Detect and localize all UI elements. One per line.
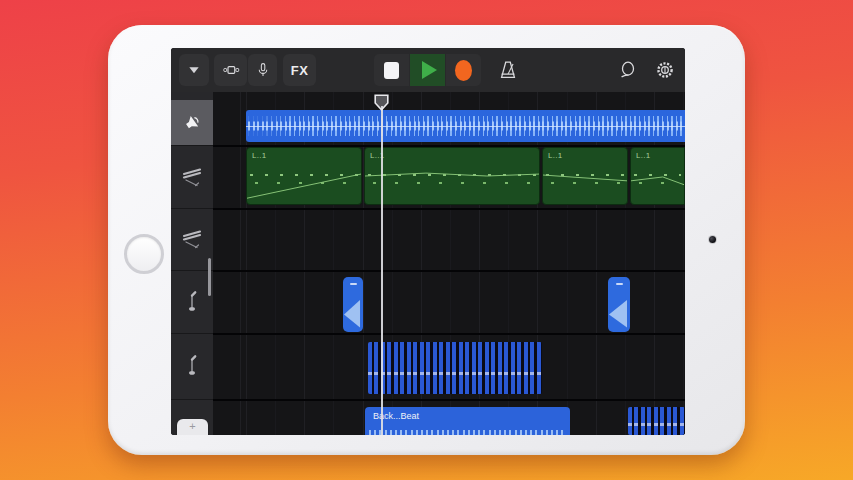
waveform-band (368, 372, 542, 375)
region-label: Back...Beat (373, 411, 419, 421)
playhead-icon (374, 94, 389, 111)
playhead-line (381, 106, 383, 435)
track-lanes[interactable]: L..1 L..1 L..1 L..1 (213, 92, 685, 435)
vocal-clip-region[interactable] (343, 277, 363, 332)
record-icon (455, 60, 472, 81)
waveform-band (628, 423, 685, 426)
clip-waveform (609, 300, 627, 328)
midi-region[interactable]: L..1 (364, 147, 540, 205)
beat-region[interactable]: Back...Beat (365, 407, 570, 435)
stop-button[interactable] (374, 54, 409, 86)
add-track-label: + (189, 419, 195, 433)
track-header-strings-1[interactable] (171, 145, 213, 209)
track-header-mic-1[interactable] (171, 270, 213, 334)
track-view-button[interactable] (214, 54, 247, 86)
row-divider (213, 333, 685, 335)
row-divider (213, 399, 685, 401)
track-header-mic-2[interactable] (171, 333, 213, 400)
home-button[interactable] (124, 234, 164, 274)
strings-bow-icon (180, 227, 204, 251)
audio-input-button[interactable] (248, 54, 277, 86)
clip-label-mark (616, 283, 623, 285)
nav-triangle-button[interactable] (179, 54, 209, 86)
track-header-strings-2[interactable] (171, 208, 213, 271)
playhead-marker[interactable] (374, 94, 389, 115)
midi-region[interactable]: L..1 (542, 147, 628, 205)
stop-icon (384, 62, 399, 79)
mic-stand-icon (181, 289, 203, 315)
clip-waveform (344, 300, 360, 328)
add-track-button[interactable]: + (177, 419, 208, 435)
track-header-column: + (171, 92, 214, 435)
clip-label-mark (350, 283, 357, 285)
audio-waveform-region[interactable] (246, 110, 685, 142)
fx-button[interactable]: FX (283, 54, 316, 86)
track-scrollbar[interactable] (208, 258, 211, 296)
midi-region[interactable]: L..1 (246, 147, 362, 205)
toolbar: FX (171, 48, 685, 92)
track-header-audio[interactable] (171, 100, 213, 146)
waveform-centerline (246, 126, 685, 127)
record-button[interactable] (446, 54, 481, 86)
loop-browser-icon (617, 58, 639, 82)
speaker-icon (180, 111, 204, 135)
settings-button[interactable] (651, 54, 679, 86)
automation-line (247, 148, 361, 204)
row-divider (213, 208, 685, 210)
loop-browser-button[interactable] (614, 54, 642, 86)
vocal-clip-region[interactable] (608, 277, 630, 332)
microphone-icon (254, 60, 272, 80)
automation-line (631, 148, 684, 204)
nav-triangle-icon (186, 62, 202, 78)
strings-bow-icon (180, 165, 204, 189)
metronome-icon (497, 58, 519, 82)
row-divider (213, 270, 685, 272)
settings-gear-icon (654, 58, 676, 82)
ipad-bezel: FX (108, 25, 745, 455)
play-button[interactable] (410, 54, 445, 86)
chopped-audio-region[interactable] (368, 342, 542, 394)
garageband-screen: FX (171, 48, 685, 435)
midi-region[interactable]: L..1 (630, 147, 685, 205)
mic-stand-icon (181, 353, 203, 379)
metronome-button[interactable] (493, 54, 523, 86)
automation-line (365, 148, 539, 204)
automation-line (543, 148, 627, 204)
front-camera (709, 236, 716, 243)
play-icon (422, 61, 437, 79)
waveform-band (369, 430, 566, 435)
track-view-icon (221, 61, 241, 79)
fx-label: FX (291, 63, 309, 78)
chopped-audio-region[interactable] (628, 407, 685, 435)
